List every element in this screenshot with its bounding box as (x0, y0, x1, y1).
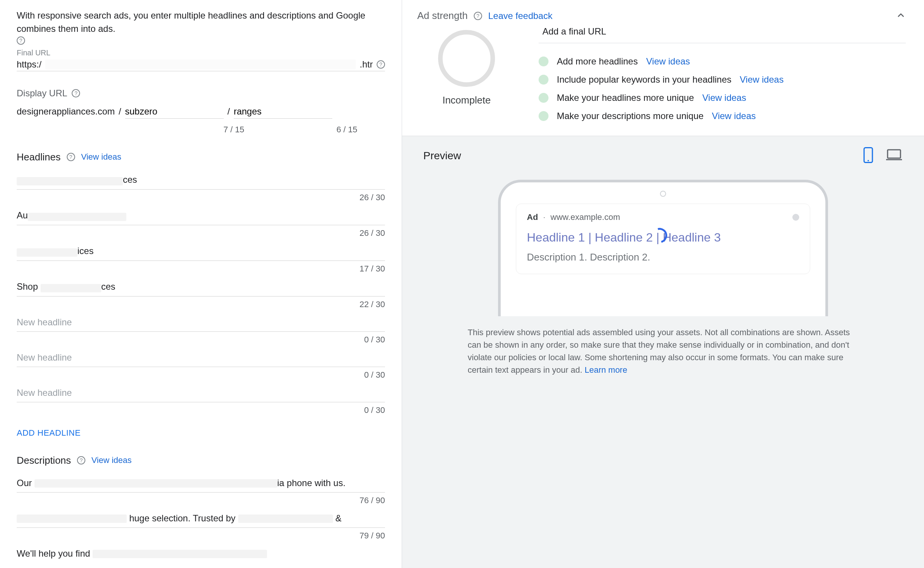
desktop-preview-icon[interactable] (885, 148, 903, 163)
headline-5-count: 0 / 30 (17, 335, 385, 345)
suggestion-1-link[interactable]: View ideas (646, 56, 690, 67)
headline-4-suffix[interactable]: ces (101, 281, 115, 292)
description-3-prefix[interactable]: We'll help you find (17, 548, 90, 559)
status-dot-icon (539, 93, 548, 103)
ad-strength-help-icon[interactable]: ? (474, 12, 482, 20)
description-1-count: 76 / 90 (17, 496, 385, 505)
path2-count: 6 / 15 (259, 125, 357, 135)
headline-5[interactable] (17, 313, 385, 332)
strength-ring (438, 30, 495, 87)
add-final-url-prompt: Add a final URL (539, 26, 906, 43)
suggestion-4: Make your descriptions more unique (557, 111, 704, 121)
leave-feedback-link[interactable]: Leave feedback (488, 11, 552, 21)
phone-preview: Ad · www.example.com Headline 1 | Headli… (498, 180, 828, 316)
suggestion-row: Make your descriptions more unique View … (539, 107, 906, 125)
preview-note: This preview shows potential ads assembl… (468, 326, 858, 376)
description-2-mid[interactable]: huge selection. Trusted by (127, 513, 238, 523)
descriptions-help-icon[interactable]: ? (77, 456, 85, 464)
display-domain: designerappliances.com (17, 106, 115, 117)
svg-point-1 (867, 160, 869, 162)
final-url-help-icon[interactable]: ? (377, 60, 385, 69)
learn-more-link[interactable]: Learn more (585, 365, 627, 375)
suggestion-1: Add more headlines (557, 56, 638, 67)
ad-badge: Ad (527, 212, 538, 222)
headline-2-prefix[interactable]: Au (17, 210, 28, 220)
description-1-suffix[interactable]: ia phone with us. (277, 478, 346, 488)
path1-input[interactable] (125, 105, 224, 119)
suggestion-row: Make your headlines more unique View ide… (539, 89, 906, 107)
suggestion-row: Include popular keywords in your headlin… (539, 71, 906, 89)
preview-title: Preview (423, 150, 461, 162)
headline-3[interactable]: ices (77, 246, 94, 256)
intro-help-icon[interactable]: ? (17, 36, 25, 45)
status-dot-icon (539, 75, 548, 85)
headlines-view-ideas[interactable]: View ideas (81, 152, 121, 162)
suggestion-4-link[interactable]: View ideas (712, 111, 756, 121)
description-2-suffix[interactable]: & (333, 513, 342, 523)
svg-rect-2 (888, 150, 900, 158)
add-headline-button[interactable]: ADD HEADLINE (17, 428, 385, 438)
headline-4-count: 22 / 30 (17, 300, 385, 309)
final-url-suffix: .htr (360, 59, 373, 70)
headline-6[interactable] (17, 348, 385, 367)
collapse-icon[interactable] (896, 10, 906, 21)
description-2-count: 79 / 90 (17, 531, 385, 541)
descriptions-view-ideas[interactable]: View ideas (91, 455, 132, 465)
ad-domain: www.example.com (550, 212, 620, 222)
headline-7[interactable] (17, 384, 385, 402)
headlines-label: Headlines (17, 151, 61, 163)
suggestion-2-link[interactable]: View ideas (740, 74, 784, 85)
suggestion-3: Make your headlines more unique (557, 93, 694, 103)
headline-6-count: 0 / 30 (17, 370, 385, 380)
final-url-label: Final URL (17, 49, 385, 57)
ad-info-icon (792, 214, 799, 221)
ad-strength-label: Ad strength (417, 10, 468, 22)
path1-count: 7 / 15 (146, 125, 244, 135)
display-url-label: Display URL (17, 88, 67, 99)
status-dot-icon (539, 111, 548, 121)
headline-7-count: 0 / 30 (17, 405, 385, 415)
headline-4-prefix[interactable]: Shop (17, 281, 41, 292)
suggestion-2: Include popular keywords in your headlin… (557, 74, 731, 85)
status-dot-icon (539, 56, 548, 66)
description-1-prefix[interactable]: Our (17, 478, 35, 488)
headline-1-count: 26 / 30 (17, 193, 385, 202)
final-url-prefix: https:/ (17, 59, 41, 70)
descriptions-label: Descriptions (17, 455, 71, 466)
suggestion-row: Add more headlines View ideas (539, 52, 906, 71)
headline-2-count: 26 / 30 (17, 228, 385, 238)
headline-1[interactable]: ces (123, 174, 137, 185)
intro-text: With responsive search ads, you enter mu… (17, 9, 385, 36)
display-url-help-icon[interactable]: ? (72, 89, 80, 97)
phone-camera-icon (660, 191, 666, 197)
suggestion-3-link[interactable]: View ideas (702, 93, 746, 103)
mobile-preview-icon[interactable] (862, 147, 875, 165)
headline-3-count: 17 / 30 (17, 264, 385, 274)
strength-label: Incomplete (417, 94, 516, 106)
headlines-help-icon[interactable]: ? (67, 153, 75, 161)
ad-description: Description 1. Description 2. (527, 251, 799, 263)
path2-input[interactable] (234, 105, 332, 119)
ad-card: Ad · www.example.com Headline 1 | Headli… (516, 204, 810, 274)
